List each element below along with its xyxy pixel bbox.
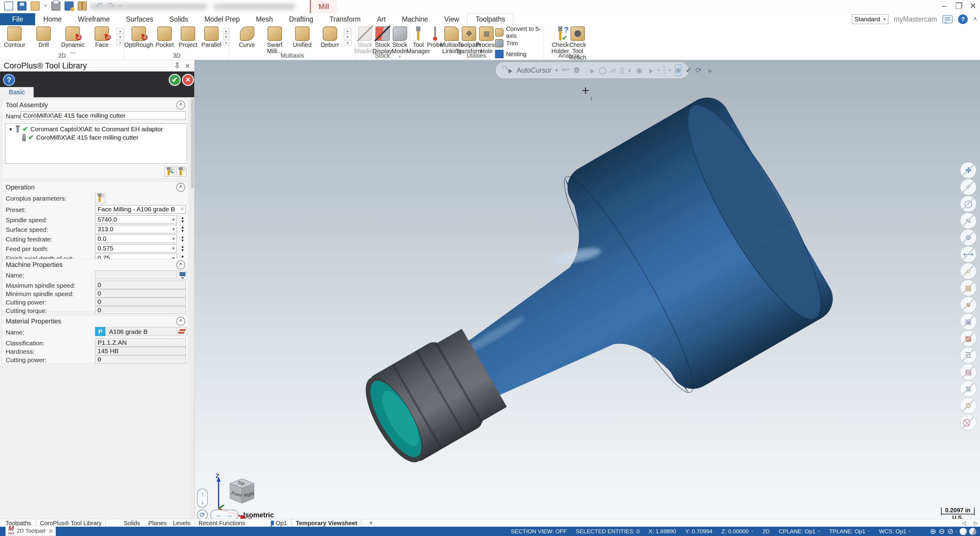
- open-file-icon[interactable]: [30, 2, 40, 11]
- machine-select-icon[interactable]: [178, 270, 187, 280]
- tab-home[interactable]: Home: [35, 13, 70, 25]
- minimized-window-chip[interactable]: M2024 2D Toolpaths ... ✕: [5, 526, 56, 536]
- ribbon-item-trim[interactable]: Trim: [495, 38, 543, 49]
- prev-viewsheet-icon[interactable]: ◁: [962, 520, 966, 526]
- tab-art[interactable]: Art: [369, 13, 394, 25]
- quickmask-clear-all-icon[interactable]: ⃠: [960, 414, 977, 431]
- scroll-down-icon[interactable]: ▾: [223, 34, 229, 40]
- ribbon-item-parallel[interactable]: Parallel: [200, 26, 223, 48]
- panel-tab-solids[interactable]: Solids: [120, 519, 143, 527]
- ribbon-item-project[interactable]: Project: [176, 26, 200, 48]
- close-button[interactable]: ✕: [969, 1, 977, 11]
- chip-close-icon[interactable]: ✕: [48, 528, 53, 534]
- quickmask-dimension-icon[interactable]: ⟷: [960, 246, 977, 262]
- tree-row-cutter[interactable]: ✔ CoroMill\X\AE 415 face milling cutter: [22, 133, 138, 142]
- cplane-caret-icon[interactable]: ˅: [818, 529, 820, 534]
- group-scroll-multiaxis[interactable]: ▴ ▾ ≡: [344, 28, 352, 46]
- gallery-expand-icon[interactable]: ≡: [344, 40, 352, 46]
- ribbon-item-pocket[interactable]: Pocket: [153, 26, 177, 48]
- group-scroll-3d[interactable]: ▴ ▾ ≡: [223, 28, 229, 46]
- ribbon-item-curve[interactable]: Curve: [233, 26, 261, 48]
- select-body-icon[interactable]: ◐: [628, 66, 633, 75]
- panel-scrollbar[interactable]: [190, 97, 194, 519]
- collapse-ribbon-icon[interactable]: ˄: [973, 15, 977, 23]
- window-select-icon[interactable]: [663, 66, 665, 74]
- tool-assembly-model[interactable]: [194, 60, 980, 519]
- wcs-caret-icon[interactable]: ˅: [908, 529, 911, 534]
- panel-ok-button[interactable]: ✔: [169, 74, 181, 86]
- collapse-section-icon[interactable]: ^: [176, 100, 185, 110]
- help-icon[interactable]: ?: [958, 14, 968, 24]
- assembly-tree[interactable]: ▼ ✔ Coromant Capto\X\AE to Coromant EH a…: [5, 123, 187, 164]
- hidden-wireframe-icon[interactable]: ⊖: [939, 528, 945, 535]
- cplane-selector[interactable]: CPLANE: Op1: [779, 528, 816, 535]
- autocursor-caret-icon[interactable]: ▾: [555, 68, 558, 73]
- select-last-icon[interactable]: ◉: [636, 66, 643, 75]
- tab-view[interactable]: View: [436, 13, 467, 25]
- mode-2d3d-toggle[interactable]: 2D: [762, 528, 770, 535]
- new-file-icon[interactable]: [4, 2, 13, 11]
- tab-solids[interactable]: Solids: [161, 13, 196, 25]
- restore-button[interactable]: ❐: [955, 1, 963, 11]
- spindle-speed-input[interactable]: 5740.0 ▾: [95, 215, 177, 224]
- close-panel-icon[interactable]: ✕: [185, 62, 190, 70]
- tab-surfaces[interactable]: Surfaces: [118, 13, 161, 25]
- add-viewsheet-button[interactable]: +: [366, 519, 377, 527]
- wcs-selector[interactable]: WCS: Op1: [879, 528, 907, 535]
- ribbon-item-drill[interactable]: Drill: [29, 26, 58, 48]
- open-dropdown-caret-icon[interactable]: ˅: [44, 3, 47, 9]
- validate-selection-icon[interactable]: ✔: [686, 66, 692, 75]
- quickmask-levels-icon[interactable]: ≣: [960, 381, 977, 397]
- pin-panel-icon[interactable]: [175, 62, 180, 70]
- scroll-up-icon[interactable]: ▴: [223, 28, 229, 33]
- surface-speed-input[interactable]: 313.0 ▾: [95, 225, 177, 233]
- ribbon-item-unified[interactable]: Unified: [288, 26, 316, 48]
- tab-machine[interactable]: Machine: [394, 13, 436, 25]
- scroll-up-icon[interactable]: ▴: [344, 28, 352, 33]
- preset-select[interactable]: Face Milling - A106 grade B ˅: [95, 205, 186, 213]
- quickmask-result-icon[interactable]: ▩: [960, 330, 977, 347]
- autocursor-label[interactable]: AutoCursor: [517, 66, 552, 75]
- scroll-up-icon[interactable]: ▴: [116, 28, 124, 33]
- new-assembly-button[interactable]: +↷: [164, 167, 175, 177]
- print-icon[interactable]: [51, 2, 60, 11]
- quickmask-plane-icon[interactable]: ▱: [960, 263, 977, 279]
- quickmask-list-icon[interactable]: ☰: [960, 347, 977, 363]
- ribbon-item-swarf-milling[interactable]: Swarf Milli...: [261, 26, 288, 54]
- group-scroll-2d[interactable]: ▴ ▾ ≡: [116, 28, 124, 46]
- surface-speed-stepper[interactable]: ▲▼: [179, 225, 186, 233]
- ribbon-item-dynamic-mill[interactable]: Dynamic ...: [58, 26, 88, 54]
- workspace-select[interactable]: Standard ▾: [852, 14, 888, 24]
- collapse-section-icon[interactable]: ^: [176, 260, 185, 269]
- selection-bar[interactable]: ▲ AutoCursor ▾ ˣʸᶻ⁺ ⚙ ▲ ◯ ▱ ▯ ◐ ◉ ▲ ▾ ▾ …: [496, 62, 688, 78]
- mymastercam-link[interactable]: myMastercam: [894, 15, 937, 24]
- tree-expand-icon[interactable]: ▼: [8, 127, 13, 132]
- coroplus-parameters-button[interactable]: +: [95, 193, 105, 203]
- viewsheet-tab-op1[interactable]: Op1: [267, 519, 291, 527]
- panel-cancel-button[interactable]: ✕: [182, 74, 194, 86]
- tab-mesh[interactable]: Mesh: [248, 13, 281, 25]
- translucent-shading-icon[interactable]: [969, 528, 977, 535]
- tab-basic[interactable]: Basic: [0, 87, 33, 97]
- ribbon-item-contour[interactable]: Contour: [0, 26, 29, 48]
- section-view-status[interactable]: SECTION VIEW: OFF: [511, 528, 567, 535]
- panel-tab-planes[interactable]: Planes: [145, 519, 170, 527]
- autocursor-settings-icon[interactable]: ⚙: [573, 66, 580, 75]
- tab-drafting[interactable]: Drafting: [281, 13, 321, 25]
- scroll-down-icon[interactable]: ▾: [344, 34, 352, 40]
- scroll-down-icon[interactable]: ▾: [116, 34, 124, 40]
- tab-wireframe[interactable]: Wireframe: [70, 13, 118, 25]
- ribbon-item-tool-manager[interactable]: Tool Manager: [409, 26, 427, 54]
- ribbon-item-check-holder[interactable]: ?✔ Check Holder: [552, 26, 569, 54]
- ribbon-item-face[interactable]: Face: [88, 26, 116, 48]
- cutting-feedrate-input[interactable]: 0.0 ▾: [95, 234, 177, 243]
- tab-toolpaths[interactable]: Toolpaths: [467, 13, 514, 25]
- tplane-caret-icon[interactable]: ˅: [868, 529, 870, 534]
- quickmask-spline-icon[interactable]: ∿: [960, 213, 977, 229]
- panel-tab-recent-functions[interactable]: Recent Functions: [194, 519, 249, 527]
- machine-name-input[interactable]: [95, 270, 177, 279]
- collapse-section-icon[interactable]: ^: [176, 317, 185, 326]
- zip-to-go-icon[interactable]: [78, 2, 87, 11]
- ribbon-item-process-hole[interactable]: ▦ Process Hole: [478, 26, 495, 54]
- cutting-feedrate-stepper[interactable]: ▲▼: [179, 234, 186, 243]
